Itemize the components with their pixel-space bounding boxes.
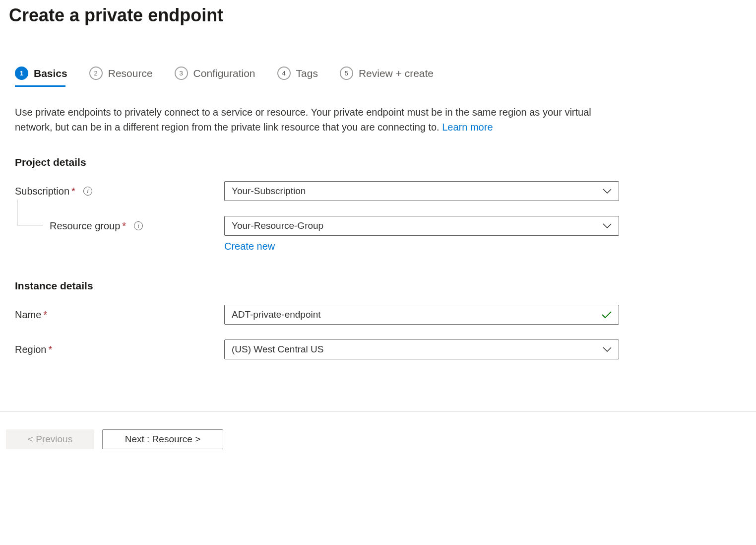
create-new-link[interactable]: Create new <box>224 241 275 252</box>
tab-configuration[interactable]: 3 Configuration <box>175 67 255 87</box>
tab-tags[interactable]: 4 Tags <box>277 67 318 87</box>
previous-button: < Previous <box>6 429 94 449</box>
chevron-down-icon <box>603 223 612 228</box>
tree-connector <box>17 200 43 225</box>
tab-step-number: 2 <box>89 67 103 80</box>
tab-basics[interactable]: 1 Basics <box>15 67 67 87</box>
tab-label: Tags <box>296 68 318 79</box>
chevron-down-icon <box>603 189 612 194</box>
next-button[interactable]: Next : Resource > <box>102 429 223 449</box>
tab-step-number: 5 <box>340 67 353 80</box>
name-input-wrapper <box>224 305 619 325</box>
tab-label: Resource <box>108 68 153 79</box>
subscription-value: Your-Subscription <box>232 186 603 197</box>
learn-more-link[interactable]: Learn more <box>442 122 493 133</box>
resource-group-select[interactable]: Your-Resource-Group <box>224 216 619 236</box>
tab-review-create[interactable]: 5 Review + create <box>340 67 434 87</box>
info-icon[interactable]: i <box>83 187 92 196</box>
required-asterisk: * <box>48 344 52 355</box>
section-title-project-details: Project details <box>15 156 741 168</box>
tab-active-underline <box>15 85 65 87</box>
tab-step-number: 3 <box>175 67 188 80</box>
chevron-down-icon <box>603 347 612 352</box>
required-asterisk: * <box>71 186 75 197</box>
tab-resource[interactable]: 2 Resource <box>89 67 153 87</box>
check-icon <box>602 311 612 318</box>
required-asterisk: * <box>122 220 126 231</box>
resource-group-label: Resource group* <box>50 220 126 232</box>
info-icon[interactable]: i <box>134 221 143 230</box>
required-asterisk: * <box>43 309 47 320</box>
tab-step-number: 1 <box>15 67 28 80</box>
name-label: Name* <box>15 309 47 321</box>
region-select[interactable]: (US) West Central US <box>224 340 619 359</box>
wizard-footer: < Previous Next : Resource > <box>0 411 756 467</box>
resource-group-value: Your-Resource-Group <box>232 220 603 231</box>
tab-step-number: 4 <box>277 67 291 80</box>
tab-label: Review + create <box>359 68 434 79</box>
subscription-label: Subscription* <box>15 186 75 197</box>
tab-label: Basics <box>34 68 67 79</box>
page-title: Create a private endpoint <box>0 0 756 26</box>
name-input[interactable] <box>232 305 602 324</box>
region-label: Region* <box>15 344 52 355</box>
tab-description: Use private endpoints to privately conne… <box>15 105 620 135</box>
wizard-tabs: 1 Basics 2 Resource 3 Configuration 4 Ta… <box>15 67 741 87</box>
description-text: Use private endpoints to privately conne… <box>15 107 591 133</box>
section-title-instance-details: Instance details <box>15 280 741 292</box>
tab-label: Configuration <box>193 68 255 79</box>
subscription-select[interactable]: Your-Subscription <box>224 181 619 201</box>
region-value: (US) West Central US <box>232 344 603 355</box>
